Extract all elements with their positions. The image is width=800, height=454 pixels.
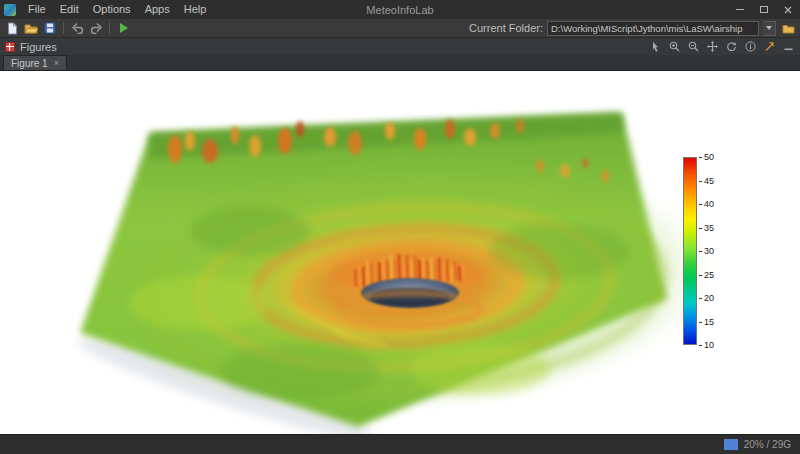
minimize-icon xyxy=(736,9,744,10)
window-title: MeteoInfoLab xyxy=(200,4,600,16)
tab-label: Figure 1 xyxy=(11,58,48,69)
undo-icon xyxy=(71,22,84,34)
rotate-icon xyxy=(726,41,737,52)
title-bar: File Edit Options Apps Help MeteoInfoLab xyxy=(0,0,800,19)
status-bar: 20% / 29G xyxy=(0,434,800,454)
select-tool-button[interactable] xyxy=(649,40,662,53)
current-folder-dropdown-button[interactable] xyxy=(763,21,776,36)
redo-button[interactable] xyxy=(88,21,104,36)
browse-folder-icon xyxy=(782,23,795,34)
menu-options[interactable]: Options xyxy=(86,0,138,19)
zoom-out-icon xyxy=(688,41,699,52)
menu-file[interactable]: File xyxy=(21,0,53,19)
open-button[interactable] xyxy=(23,21,39,36)
info-icon xyxy=(745,41,756,52)
maximize-icon xyxy=(760,6,768,13)
minimize-panel-icon xyxy=(783,41,794,52)
volume-render xyxy=(0,71,800,434)
select-arrow-icon xyxy=(650,41,661,52)
close-button[interactable] xyxy=(776,0,800,19)
maximize-button[interactable] xyxy=(752,0,776,19)
save-button[interactable] xyxy=(42,21,58,36)
figures-panel-header: Figures xyxy=(0,38,800,55)
app-window: File Edit Options Apps Help MeteoInfoLab xyxy=(0,0,800,454)
current-folder-area: Current Folder: D:\Working\MIScript\Jyth… xyxy=(469,21,796,36)
undo-button[interactable] xyxy=(69,21,85,36)
toolbar-separator xyxy=(109,22,110,34)
redo-icon xyxy=(90,22,103,34)
zoom-in-button[interactable] xyxy=(668,40,681,53)
zoom-in-icon xyxy=(669,41,680,52)
figure-area: 50 45 40 35 30 25 20 15 10 xyxy=(0,71,800,434)
tab-figure-1[interactable]: Figure 1 × xyxy=(3,55,67,70)
figure-canvas[interactable] xyxy=(0,71,800,434)
float-arrow-icon xyxy=(764,41,775,52)
menu-edit[interactable]: Edit xyxy=(53,0,86,19)
identify-button[interactable] xyxy=(744,40,757,53)
minimize-panel-button[interactable] xyxy=(782,40,795,53)
pan-icon xyxy=(707,41,718,52)
main-toolbar: Current Folder: D:\Working\MIScript\Jyth… xyxy=(0,19,800,38)
menu-help[interactable]: Help xyxy=(177,0,214,19)
save-icon xyxy=(44,22,56,34)
current-folder-value: D:\Working\MIScript\Jython\mis\LaSW\airs… xyxy=(551,23,742,34)
minimize-button[interactable] xyxy=(728,0,752,19)
current-folder-label: Current Folder: xyxy=(469,22,543,34)
new-script-icon xyxy=(7,22,18,35)
run-button[interactable] xyxy=(115,21,131,36)
browse-folder-button[interactable] xyxy=(780,21,796,36)
window-controls xyxy=(728,0,800,19)
float-panel-button[interactable] xyxy=(763,40,776,53)
zoom-out-button[interactable] xyxy=(687,40,700,53)
current-folder-combobox[interactable]: D:\Working\MIScript\Jython\mis\LaSW\airs… xyxy=(547,21,759,36)
tab-close-button[interactable]: × xyxy=(54,59,59,68)
toolbar-separator xyxy=(63,22,64,34)
run-icon xyxy=(118,22,129,34)
app-logo-icon xyxy=(4,4,16,16)
close-icon xyxy=(784,6,792,14)
figure-tab-bar: Figure 1 × xyxy=(0,55,800,71)
figure-tools xyxy=(649,40,795,53)
chevron-down-icon xyxy=(766,26,772,30)
rotate-tool-button[interactable] xyxy=(725,40,738,53)
pan-tool-button[interactable] xyxy=(706,40,719,53)
new-script-button[interactable] xyxy=(4,21,20,36)
open-folder-icon xyxy=(24,22,38,34)
memory-usage-text: 20% / 29G xyxy=(744,439,791,450)
figures-panel-title: Figures xyxy=(20,41,57,53)
figures-panel-icon xyxy=(5,42,15,52)
memory-indicator-icon xyxy=(724,439,738,450)
menu-apps[interactable]: Apps xyxy=(138,0,177,19)
